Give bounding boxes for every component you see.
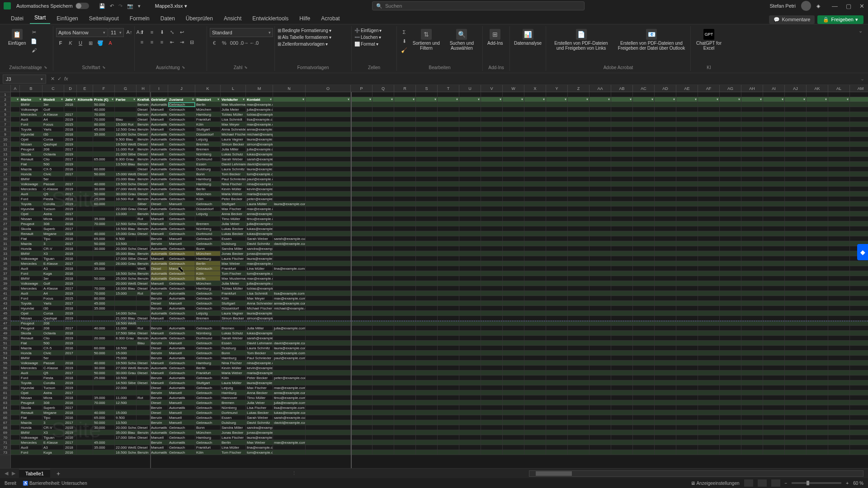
delete-cells-button[interactable]: ➖ Löschen ▾ [354,35,381,40]
cell[interactable]: 45.000 [93,440,115,445]
cell[interactable] [77,251,93,256]
cell[interactable]: Audi [20,117,42,122]
cell[interactable]: Benzin [137,137,150,142]
cell[interactable] [77,450,93,455]
cell[interactable]: 2017 [64,182,77,187]
cell[interactable]: laura@example.com [273,202,306,206]
dec-decimal-icon[interactable]: ←.0 [250,39,259,47]
cell-styles-button[interactable]: ⊞ Zellenformatvorlagen ▾ [278,42,328,47]
cell[interactable]: Laura Fischer [221,256,246,261]
cell[interactable]: Gebrauch [168,102,195,107]
table-header[interactable]: Preis (€) [93,97,115,102]
cell[interactable]: 27.000 Weiß [115,366,137,371]
row-header[interactable]: 12 [0,147,10,152]
cell[interactable] [77,410,93,415]
cell[interactable]: Gebrauch [168,221,195,226]
cell[interactable]: 40.000 [93,231,115,236]
cell[interactable]: tom@example.com [246,271,273,276]
cell[interactable]: Automatik [150,157,168,162]
cell[interactable]: max@example.com [246,102,273,107]
cell[interactable] [77,241,93,246]
cell[interactable] [195,321,221,326]
cell[interactable]: Duisburg [195,167,221,172]
cell[interactable] [115,341,137,346]
cell[interactable]: Automatik [150,137,168,142]
cell[interactable]: Timo Müller [221,216,246,221]
cell[interactable] [11,371,20,375]
cell[interactable]: 35.000 Blau [115,430,137,435]
col-header[interactable]: AF [698,85,720,92]
cell[interactable]: Benzin [150,291,168,296]
cell[interactable] [77,152,93,157]
cell[interactable] [195,216,221,221]
cell[interactable] [77,276,93,281]
cell[interactable]: Manuell [150,117,168,122]
cell[interactable] [115,296,137,301]
cell[interactable]: Tom Fischer [221,271,246,276]
cell[interactable]: michael@example.com [246,132,273,137]
cell[interactable]: Automatik [150,197,168,202]
cell[interactable]: Diesel [137,246,150,251]
cell[interactable]: A4 [42,291,64,296]
cell[interactable]: Julia Veber [246,400,273,405]
cell[interactable] [11,420,20,425]
cell[interactable]: Gebrauch [195,356,221,361]
cell[interactable]: Diesel [137,331,150,336]
cell[interactable]: Gebrauch [195,395,221,400]
cell[interactable]: 11.000 [115,326,137,331]
cell[interactable]: Manuell [150,211,168,216]
cell[interactable]: Manuell [168,410,195,415]
cell[interactable] [77,137,93,142]
cell[interactable] [93,211,115,216]
cell[interactable]: peter@example.com [273,375,306,380]
cell[interactable] [77,321,93,326]
cell[interactable]: Gebrauch [195,375,221,380]
cell[interactable]: Yaris [42,301,64,306]
cell[interactable] [11,395,20,400]
cell[interactable] [77,366,93,371]
cell[interactable]: 2018 [64,197,77,202]
cell[interactable] [77,157,93,162]
cell[interactable]: 2017 [64,301,77,306]
cell[interactable]: Timo Müller [246,395,273,400]
row-header[interactable]: 24 [0,206,10,211]
cell[interactable]: 50.000 [93,276,115,281]
cell[interactable]: i30 [42,132,64,137]
cell[interactable]: 15.000 [115,291,137,296]
cell[interactable] [11,162,20,167]
cell[interactable]: Automatik [168,395,195,400]
cell[interactable] [11,226,20,231]
cell[interactable]: Audi [20,266,42,271]
cell[interactable]: Weiß [137,266,150,271]
cell[interactable]: jonas@example.com [246,430,273,435]
table-header[interactable]: Kontakt [246,97,273,102]
cell[interactable]: julia@example.com [246,281,273,286]
cell[interactable] [77,291,93,296]
autosum-icon[interactable]: Σ [400,28,409,36]
cell[interactable]: 2019 [64,336,77,341]
cell[interactable] [221,321,246,326]
row-header[interactable]: 18 [0,177,10,182]
cell[interactable]: 2015 [64,122,77,127]
cell[interactable]: maria@example.com [246,371,273,375]
row-header[interactable]: 30 [0,236,10,241]
col-header[interactable]: AL [828,85,850,92]
cell[interactable]: Nürnberg [195,226,221,231]
cell[interactable] [11,445,20,450]
cell[interactable]: Frankfurt [195,371,221,375]
cell[interactable]: 50.000 [93,241,115,246]
cell[interactable]: BMW [20,356,42,361]
cell[interactable]: Anna Schneider [221,127,246,132]
cell[interactable]: Gebrauch [168,316,195,321]
row-header[interactable]: 62 [0,395,10,400]
cell[interactable]: Köln [195,197,221,202]
cell[interactable]: Gebrauch [195,241,221,246]
col-header[interactable]: B [20,85,42,92]
format-painter-icon[interactable]: 🖌 [29,46,38,54]
cell[interactable]: 70.000 [93,112,115,117]
cell[interactable]: Laura Vagner [221,137,246,142]
paste-button[interactable]: 📋Einfügen [6,28,28,47]
autosave-toggle[interactable]: Automatisches Speichern [16,3,89,9]
cell[interactable]: Nissan [20,142,42,147]
cell[interactable]: Nina Fischer [221,182,246,187]
